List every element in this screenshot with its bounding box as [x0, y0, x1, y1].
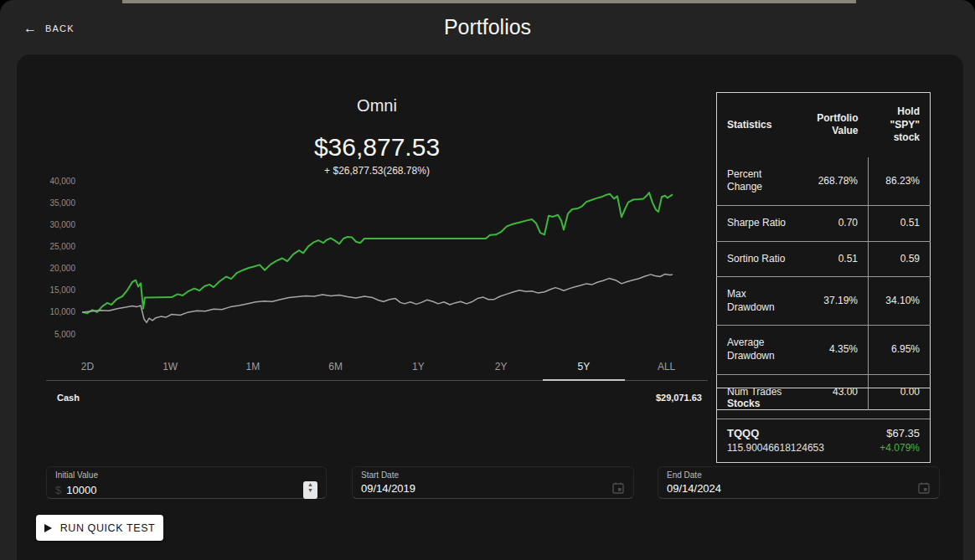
start-date-label: Start Date [361, 470, 625, 480]
table-row: Average Drawdown 4.35% 6.95% [717, 326, 931, 374]
tab-1y[interactable]: 1Y [377, 352, 460, 380]
end-date-label: End Date [667, 470, 931, 480]
stat-label: Sortino Ratio [717, 241, 807, 277]
svg-text:5,000: 5,000 [54, 330, 75, 339]
dollar-prefix: $ [55, 484, 61, 496]
start-date-field[interactable]: Start Date 09/14/2019 [352, 466, 634, 499]
stock-symbol: TQQQ [727, 427, 824, 439]
stat-portfolio-value: 4.35% [807, 326, 869, 374]
end-date-field[interactable]: End Date 09/14/2024 [658, 466, 940, 499]
tab-6m[interactable]: 6M [294, 352, 377, 380]
number-stepper[interactable]: ▲▼ [303, 481, 317, 499]
stat-spy-value: 34.10% [869, 277, 931, 326]
run-quick-test-button[interactable]: RUN QUICK TEST [36, 515, 163, 541]
portfolio-card: Omni $36,877.53 + $26,877.53(268.78%) 40… [17, 54, 963, 560]
page-title: Portfolios [0, 15, 975, 39]
stat-portfolio-value: 37.19% [807, 277, 869, 326]
table-row: Sharpe Ratio 0.70 0.51 [717, 205, 931, 241]
initial-value-label: Initial Value [55, 470, 317, 480]
stat-label: Sharpe Ratio [717, 205, 807, 241]
stat-label: Percent Change [717, 157, 807, 206]
initial-value-field[interactable]: Initial Value $ 10000 ▲▼ [46, 466, 327, 499]
stat-portfolio-value: 0.51 [807, 241, 869, 277]
table-row: Max Drawdown 37.19% 34.10% [717, 277, 931, 326]
tab-5y[interactable]: 5Y [543, 352, 626, 380]
performance-chart[interactable]: 40,00035,00030,00025,00020,00015,00010,0… [46, 172, 708, 349]
stock-shares: 115.90046618124653 [727, 442, 824, 454]
svg-text:40,000: 40,000 [49, 177, 75, 186]
stats-header-label: Statistics [717, 93, 807, 157]
calendar-icon[interactable] [611, 481, 625, 495]
stat-label: Average Drawdown [717, 326, 807, 374]
stat-spy-value: 0.59 [869, 241, 931, 277]
portfolio-line [82, 193, 673, 313]
portfolios-screen: ← BACK Portfolios Omni $36,877.53 + $26,… [0, 0, 975, 560]
tab-all[interactable]: ALL [625, 352, 708, 380]
tab-1w[interactable]: 1W [129, 352, 212, 380]
svg-text:15,000: 15,000 [49, 285, 75, 295]
stat-label: Max Drawdown [717, 277, 807, 326]
stat-portfolio-value: 0.70 [807, 205, 869, 241]
table-row: Sortino Ratio 0.51 0.59 [717, 241, 931, 277]
tab-2d[interactable]: 2D [46, 352, 129, 380]
initial-value-input[interactable]: 10000 [66, 484, 303, 496]
statistics-header-row: Statistics Portfolio Value Hold "SPY" st… [717, 93, 931, 157]
spy-line [82, 274, 673, 322]
cash-label: Cash [57, 393, 80, 403]
play-icon [44, 524, 52, 532]
end-date-input[interactable]: 09/14/2024 [667, 482, 917, 495]
stat-spy-value: 0.51 [869, 205, 931, 241]
stock-change: +4.079% [880, 442, 920, 454]
stat-spy-value: 86.23% [869, 157, 931, 206]
stocks-title: Stocks [717, 388, 930, 419]
statistics-table: Statistics Portfolio Value Hold "SPY" st… [716, 92, 931, 410]
svg-text:10,000: 10,000 [49, 307, 75, 316]
svg-text:35,000: 35,000 [49, 198, 75, 208]
stocks-panel: Stocks TQQQ 115.90046618124653 $67.35 +4… [716, 388, 931, 463]
stats-header-portfolio: Portfolio Value [807, 93, 869, 157]
stat-portfolio-value: 268.78% [807, 157, 869, 206]
list-item[interactable]: TQQQ 115.90046618124653 $67.35 +4.079% [717, 419, 930, 462]
svg-text:30,000: 30,000 [49, 220, 75, 229]
stock-price: $67.35 [880, 427, 920, 439]
portfolio-current-value: $36,877.53 [46, 133, 708, 162]
stats-header-spy: Hold "SPY" stock [869, 93, 931, 157]
range-tabs: 2D 1W 1M 6M 1Y 2Y 5Y ALL [46, 352, 708, 381]
tab-2y[interactable]: 2Y [460, 352, 543, 380]
svg-text:20,000: 20,000 [49, 264, 75, 273]
table-row: Percent Change 268.78% 86.23% [717, 157, 931, 206]
start-date-input[interactable]: 09/14/2019 [361, 482, 611, 495]
stepper-down-icon[interactable]: ▼ [307, 491, 313, 496]
calendar-icon[interactable] [917, 481, 931, 495]
tab-1m[interactable]: 1M [212, 352, 295, 380]
cash-row: Cash $29,071.63 [57, 393, 702, 403]
run-quick-test-label: RUN QUICK TEST [60, 522, 156, 534]
cash-value: $29,071.63 [656, 393, 702, 403]
portfolio-name: Omni [46, 96, 708, 116]
svg-text:25,000: 25,000 [49, 242, 75, 251]
window-top-strip [122, 0, 856, 3]
stat-spy-value: 6.95% [869, 326, 931, 374]
